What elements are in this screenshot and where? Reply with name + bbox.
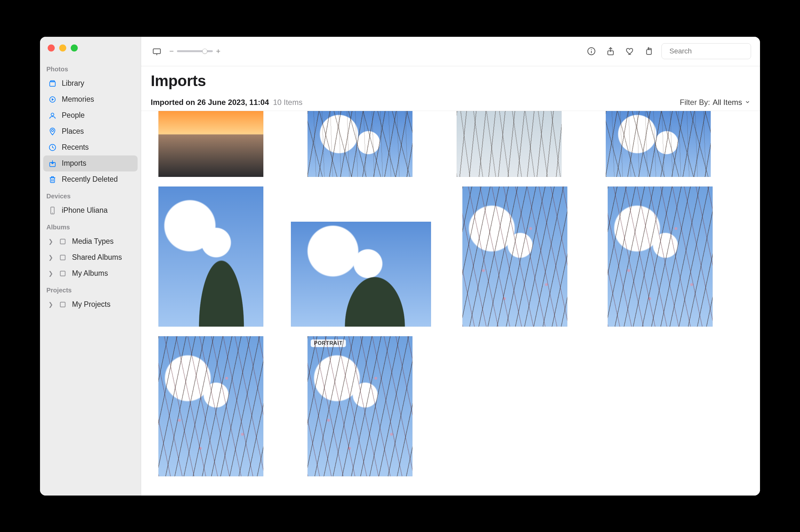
toolbar: − + [141,37,760,66]
library-icon [48,79,57,88]
chevron-right-icon: ❯ [48,270,53,277]
svg-rect-27 [647,50,652,54]
main-area: − + Imports [141,37,760,496]
sidebar-item-library[interactable]: Library [43,76,137,92]
photo-thumbnail[interactable] [159,111,263,177]
sidebar-item-my-projects[interactable]: ❯My Projects [43,297,137,312]
aspect-toggle-button[interactable] [150,44,164,58]
svg-rect-17 [60,271,65,276]
close-button[interactable] [48,44,55,52]
places-icon [48,127,57,136]
sidebar-item-label: Recents [62,143,89,152]
import-info: Imported on 26 June 2023, 11:04 10 Items [151,98,302,107]
photo-thumbnail[interactable] [308,111,412,177]
svg-rect-8 [51,177,55,182]
sidebar-item-label: My Projects [72,300,110,309]
photo-thumbnail[interactable] [606,111,711,177]
sidebar-item-label: My Albums [72,269,108,278]
zoom-out-label: − [169,47,174,56]
svg-marker-3 [52,98,54,101]
svg-rect-0 [50,81,55,86]
app-window: PhotosLibraryMemoriesPeoplePlacesRecents… [40,37,760,496]
page-title: Imports [151,72,750,90]
svg-rect-21 [153,49,161,54]
svg-point-5 [52,129,54,132]
sidebar-item-my-albums[interactable]: ❯My Albums [43,266,137,282]
svg-point-4 [51,113,54,116]
filter-label: Filter By: [680,98,710,107]
album-icon [58,237,68,246]
photo-grid[interactable]: PORTRAIT [141,111,760,496]
sidebar-item-label: Places [62,127,84,136]
sidebar-item-places[interactable]: Places [43,124,137,139]
favorite-button[interactable] [623,44,636,58]
sidebar-item-label: Imports [62,159,87,168]
iphone-icon [48,206,57,215]
svg-rect-13 [60,239,65,244]
portrait-badge: PORTRAIT [311,339,346,347]
chevron-right-icon: ❯ [48,238,53,245]
photo-thumbnail[interactable] [159,187,263,327]
svg-rect-1 [51,81,55,81]
item-count: 10 Items [273,98,302,107]
sidebar-item-recents[interactable]: Recents [43,139,137,155]
svg-rect-19 [60,302,65,307]
section-label: Albums [40,218,141,233]
import-date: Imported on 26 June 2023, 11:04 [151,98,269,107]
svg-point-25 [591,49,592,50]
memories-icon [48,95,57,104]
photo-thumbnail[interactable] [159,336,263,476]
minimize-button[interactable] [59,44,66,52]
sidebar-item-label: iPhone Uliana [62,206,108,215]
imports-icon [48,159,57,168]
sidebar-item-device-iphone[interactable]: iPhone Uliana [43,203,137,218]
chevron-down-icon [745,98,750,107]
people-icon [48,111,57,120]
chevron-right-icon: ❯ [48,254,53,261]
sidebar-item-label: Library [62,79,84,88]
chevron-right-icon: ❯ [48,301,53,308]
sidebar-item-shared-albums[interactable]: ❯Shared Albums [43,249,137,266]
svg-rect-15 [60,255,65,260]
zoom-track[interactable] [177,50,213,52]
photo-thumbnail[interactable]: PORTRAIT [308,336,412,476]
sidebar-item-label: People [62,111,85,120]
zoom-knob[interactable] [202,49,207,54]
photo-thumbnail[interactable] [462,187,568,327]
sidebar-item-imports[interactable]: Imports [43,155,137,171]
sidebar-item-recently-deleted[interactable]: Recently Deleted [43,171,137,188]
section-label: Devices [40,188,141,203]
search-field[interactable] [662,43,751,59]
share-button[interactable] [604,44,617,58]
zoom-slider[interactable]: − + [169,47,221,56]
photo-thumbnail[interactable] [608,187,713,327]
window-controls [40,41,141,60]
trash-icon [48,175,57,184]
album-icon [58,269,68,278]
filter-value: All Items [713,98,742,107]
photo-thumbnail[interactable] [291,222,431,327]
sidebar-item-people[interactable]: People [43,108,137,124]
sidebar-item-label: Recently Deleted [62,175,118,184]
sub-header: Imported on 26 June 2023, 11:04 10 Items… [141,92,760,111]
section-label: Photos [40,60,141,76]
photo-thumbnail[interactable] [457,111,562,177]
album-icon [58,253,68,262]
search-input[interactable] [669,47,758,55]
sidebar-item-memories[interactable]: Memories [43,92,137,108]
filter-control[interactable]: Filter By: All Items [680,98,750,107]
info-button[interactable] [584,44,598,58]
sidebar-item-label: Memories [62,95,94,103]
rotate-button[interactable] [642,44,656,58]
recents-icon [48,143,57,152]
sidebar-item-label: Media Types [72,237,114,246]
sidebar: PhotosLibraryMemoriesPeoplePlacesRecents… [40,37,141,496]
sidebar-item-label: Shared Albums [72,253,122,262]
maximize-button[interactable] [71,44,78,52]
zoom-in-label: + [216,47,221,56]
sidebar-item-media-types[interactable]: ❯Media Types [43,233,137,249]
album-icon [58,300,68,309]
section-label: Projects [40,282,141,297]
page-header: Imports [141,66,760,92]
